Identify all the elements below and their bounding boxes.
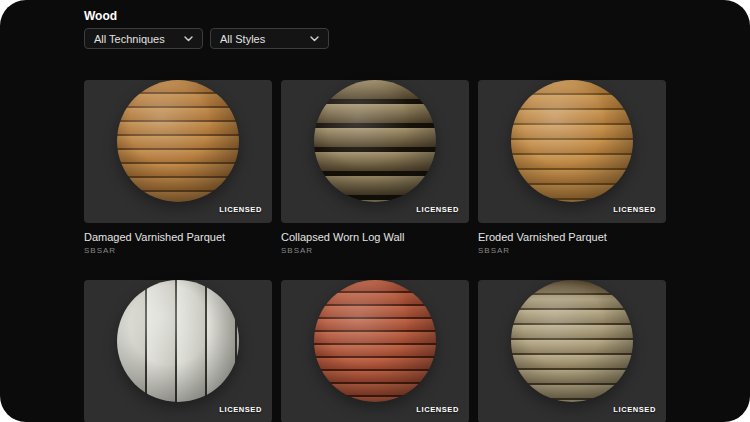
chevron-down-icon [184,36,193,42]
material-sphere [314,280,436,402]
material-preview: LICENSED [281,280,469,422]
material-format: SBSAR [478,246,666,256]
material-preview: LICENSED [84,280,272,422]
material-card[interactable]: LICENSED Painted Wood Deck SBSAR [84,262,272,422]
material-card[interactable]: LICENSED Eroded Varnished Parquet SBSAR [478,62,666,256]
styles-filter-label: All Styles [220,33,265,45]
material-format: SBSAR [84,246,272,256]
material-card[interactable]: LICENSED Collapsed Worn Log Wall SBSAR [281,62,469,256]
material-sphere [117,280,239,402]
material-sphere [314,80,436,202]
material-preview: LICENSED [281,80,469,223]
techniques-filter-dropdown[interactable]: All Techniques [84,28,203,49]
material-sphere [511,280,633,402]
licensed-badge: LICENSED [613,205,656,214]
material-title: Damaged Varnished Parquet [84,230,272,244]
materials-panel: Wood All Techniques All Styles LICENSED … [0,0,750,422]
licensed-badge: LICENSED [219,205,262,214]
material-card[interactable]: LICENSED Worn Painted Wood Siding SBSAR [281,262,469,422]
material-preview: LICENSED [84,80,272,223]
material-format: SBSAR [281,246,469,256]
licensed-badge: LICENSED [416,205,459,214]
techniques-filter-label: All Techniques [94,33,165,45]
material-sphere [117,80,239,202]
material-preview: LICENSED [478,280,666,422]
styles-filter-dropdown[interactable]: All Styles [210,28,329,49]
material-title: Eroded Varnished Parquet [478,230,666,244]
materials-grid: LICENSED Damaged Varnished Parquet SBSAR… [84,62,666,422]
material-preview: LICENSED [478,80,666,223]
licensed-badge: LICENSED [613,405,656,414]
licensed-badge: LICENSED [416,405,459,414]
licensed-badge: LICENSED [219,405,262,414]
filter-bar: All Techniques All Styles [84,28,329,49]
material-card[interactable]: LICENSED Raw Wood Shiplap Wall SBSAR [478,262,666,422]
material-title: Collapsed Worn Log Wall [281,230,469,244]
page-title: Wood [84,9,117,23]
material-card[interactable]: LICENSED Damaged Varnished Parquet SBSAR [84,62,272,256]
chevron-down-icon [310,36,319,42]
material-sphere [511,80,633,202]
